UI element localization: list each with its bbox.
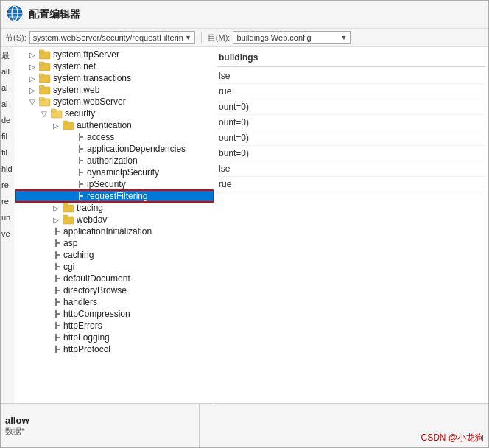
tree-item-cgi[interactable]: ▷ cgi xyxy=(15,261,214,273)
expand-icon: ▷ xyxy=(27,61,38,71)
toolbar-separator xyxy=(201,32,202,43)
sidebar-strip-item: al xyxy=(1,80,15,96)
tree-item-appinit[interactable]: ▷ applicationInitialization xyxy=(15,225,214,237)
tree-panel: ▷ system.ftpServer ▷ xyxy=(15,47,214,403)
sidebar-strip-item: 最 xyxy=(1,47,15,63)
tree-item-access[interactable]: ▷ access xyxy=(15,131,214,143)
tree-item-tracing[interactable]: ▷ tracing xyxy=(15,202,214,214)
expand-icon: ▽ xyxy=(27,97,38,107)
section-label: 节(S): xyxy=(5,32,27,43)
window-title: 配置编辑器 xyxy=(29,8,80,21)
tree-label: requestFiltering xyxy=(87,191,148,201)
tree-label: tracing xyxy=(77,203,103,213)
svg-rect-16 xyxy=(51,109,56,112)
tree-item-caching[interactable]: ▷ caching xyxy=(15,249,214,261)
sidebar-strip-item: de xyxy=(1,112,15,128)
tree-container[interactable]: ▷ system.ftpServer ▷ xyxy=(15,47,214,403)
svg-rect-10 xyxy=(39,74,44,77)
tree-item-security[interactable]: ▽ security xyxy=(15,108,214,119)
tree-item-authorization[interactable]: ▷ authorization xyxy=(15,155,214,167)
tree-label: applicationDependencies xyxy=(87,144,186,154)
tree-item-webdav[interactable]: ▷ webdav xyxy=(15,214,214,225)
section-dropdown[interactable]: system.webServer/security/requestFilteri… xyxy=(29,31,195,44)
tree-label: httpErrors xyxy=(63,321,102,331)
tree-item-requestfiltering[interactable]: ▷ requestFiltering xyxy=(15,190,214,202)
tree-item-httplogging[interactable]: ▷ httpLogging xyxy=(15,332,214,343)
tree-label: applicationInitialization xyxy=(63,226,152,237)
right-header-text: buildings xyxy=(219,52,258,63)
tree-item-authentication[interactable]: ▷ authentication xyxy=(15,119,214,131)
file-dropdown[interactable]: buildings Web.config ▼ xyxy=(233,31,351,44)
tree-item-transactions[interactable]: ▷ system.transactions xyxy=(15,72,214,84)
section-value: system.webServer/security/requestFilteri… xyxy=(33,33,183,42)
tree-item-httperrors[interactable]: ▷ httpErrors xyxy=(15,320,214,332)
tree-item-httpcompression[interactable]: ▷ httpCompression xyxy=(15,308,214,320)
main-window: 配置编辑器 节(S): system.webServer/security/re… xyxy=(0,0,489,448)
tree-item-asp[interactable]: ▷ asp xyxy=(15,237,214,249)
app-icon xyxy=(7,5,23,24)
allow-text: allow xyxy=(5,415,194,426)
tree-item-systemweb[interactable]: ▷ system.web xyxy=(15,84,214,96)
right-header: buildings xyxy=(217,50,485,67)
right-row-5: ount=0) xyxy=(217,130,485,146)
file-dropdown-arrow: ▼ xyxy=(340,34,347,41)
svg-rect-8 xyxy=(39,62,44,65)
tree-item-dirbrowse[interactable]: ▷ directoryBrowse xyxy=(15,284,214,296)
expand-icon: ▷ xyxy=(27,49,38,60)
tree-item-webserver[interactable]: ▽ system.webServer xyxy=(15,96,214,108)
tree-label: webdav xyxy=(77,214,107,225)
tree-label: authentication xyxy=(77,120,132,130)
tree-item-httpprotocol[interactable]: ▷ httpProtocol xyxy=(15,343,214,355)
tree-label: dynamicIpSecurity xyxy=(87,167,159,178)
sidebar-strip-item: ve xyxy=(1,225,15,242)
svg-rect-14 xyxy=(39,97,44,100)
right-row-7: lse xyxy=(217,161,485,177)
sidebar-strip-item: un xyxy=(1,209,15,225)
tree-label: httpCompression xyxy=(63,309,130,319)
svg-rect-12 xyxy=(39,85,44,88)
expand-icon: ▷ xyxy=(51,203,61,213)
right-row-8: rue xyxy=(217,177,485,192)
tree-label: system.net xyxy=(53,61,96,71)
tree-item-ipsecurity[interactable]: ▷ ipSecurity xyxy=(15,178,214,190)
tree-item-appdep[interactable]: ▷ applicationDependencies xyxy=(15,143,214,155)
sidebar-strip-item: all xyxy=(1,63,15,80)
svg-rect-32 xyxy=(63,203,68,206)
svg-rect-6 xyxy=(39,50,44,53)
right-row-1: lse xyxy=(217,69,485,84)
tree-item-dynip[interactable]: ▷ dynamicIpSecurity xyxy=(15,167,214,178)
tree-item-ftpserver[interactable]: ▷ system.ftpServer xyxy=(15,49,214,60)
section-dropdown-arrow: ▼ xyxy=(185,34,191,41)
title-bar: 配置编辑器 xyxy=(1,1,488,29)
tree-label: directoryBrowse xyxy=(63,285,127,295)
right-row-4: ount=0) xyxy=(217,115,485,130)
tree-label: system.ftpServer xyxy=(53,49,119,60)
sidebar-strip-item: hid xyxy=(1,161,15,177)
right-row-3: ount=0) xyxy=(217,99,485,115)
tree-item-systemnet[interactable]: ▷ system.net xyxy=(15,60,214,72)
status-bar: allow 数据* CSDN @小龙狗 xyxy=(1,403,488,447)
svg-rect-18 xyxy=(63,121,68,124)
tree-label: asp xyxy=(63,238,77,248)
status-right: CSDN @小龙狗 xyxy=(200,404,488,447)
sidebar-strip-item: re xyxy=(1,177,15,193)
file-label: 目(M): xyxy=(208,32,231,43)
sidebar-strip-item: al xyxy=(1,96,15,112)
right-content: buildings lse rue ount=0) ount=0) ount=0… xyxy=(217,50,485,192)
tree-label: caching xyxy=(63,250,94,260)
tree-label: system.web xyxy=(53,85,99,95)
right-panel: buildings lse rue ount=0) ount=0) ount=0… xyxy=(214,47,488,403)
tree-label: ipSecurity xyxy=(87,179,126,189)
content-area: 最 all al al de fil fil hid re re un ve ▷ xyxy=(1,47,488,403)
csdn-watermark: CSDN @小龙狗 xyxy=(421,432,484,444)
status-left: allow 数据* xyxy=(1,404,200,447)
toolbar: 节(S): system.webServer/security/requestF… xyxy=(1,29,488,47)
tree-item-handlers[interactable]: ▷ handlers xyxy=(15,296,214,308)
expand-icon: ▷ xyxy=(27,73,38,83)
expand-icon: ▽ xyxy=(39,108,49,119)
tree-label: cgi xyxy=(63,262,74,272)
expand-icon: ▷ xyxy=(51,214,61,225)
tree-item-defaultdoc[interactable]: ▷ defaultDocument xyxy=(15,273,214,284)
sidebar-strip-item: re xyxy=(1,193,15,209)
data-text: 数据* xyxy=(5,426,194,437)
